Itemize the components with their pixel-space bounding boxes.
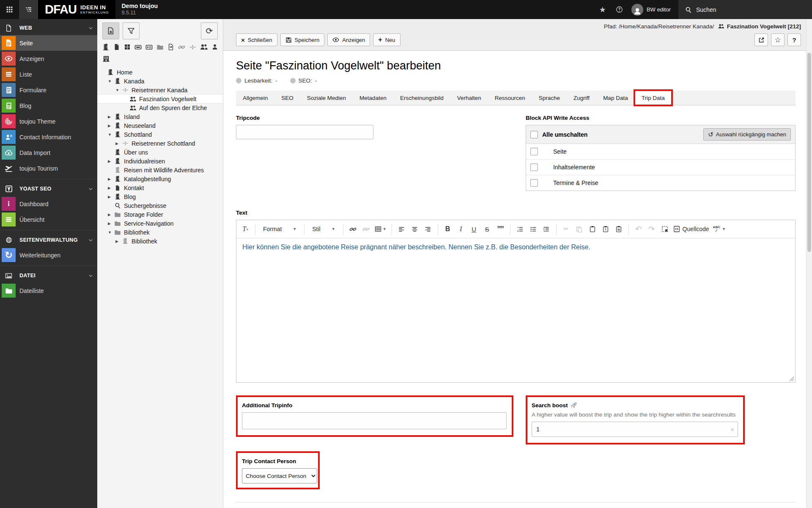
bullet-list-button[interactable]: [529, 224, 538, 235]
teaser-drag-icon[interactable]: [145, 44, 153, 51]
tree-node-suchergebnisse[interactable]: Suchergebnisse: [97, 201, 223, 210]
tree-node-island[interactable]: ▶Island: [97, 112, 223, 121]
view-button[interactable]: Anzeigen: [327, 33, 370, 46]
tree-node-neuseeland[interactable]: ▶Neuseeland: [97, 121, 223, 130]
tab-map-data[interactable]: Map Data: [596, 91, 635, 105]
undo-selection-button[interactable]: ↺Auswahl rückgängig machen: [703, 128, 791, 141]
expander-closed[interactable]: ▶: [108, 159, 114, 163]
seite-checkbox[interactable]: [530, 148, 538, 155]
grid-drag-icon[interactable]: [124, 44, 131, 50]
section-header-seitenverwaltung[interactable]: SEITENVERWALTUNG: [0, 233, 97, 247]
expander-closed[interactable]: ▶: [108, 221, 114, 226]
sidebar-item-toujou-theme[interactable]: toujou Theme: [0, 113, 97, 129]
sidebar-item-toujou-tourism[interactable]: toujou Tourism: [0, 160, 97, 176]
italic-button[interactable]: I: [456, 224, 466, 235]
tree-node-storage-folder[interactable]: ▶Storage Folder: [97, 210, 223, 219]
tree-node-auf-den-spuren-der-elche[interactable]: Auf den Spuren der Elche: [97, 103, 223, 112]
tree-node-bibliothek[interactable]: ▼Bibliothek: [97, 228, 223, 237]
new-button[interactable]: +Neu: [373, 33, 400, 46]
tree-node-kontakt[interactable]: ▶Kontakt: [97, 183, 223, 192]
sidebar-item-uebersicht[interactable]: Übersicht: [0, 212, 97, 227]
expander-closed[interactable]: ▶: [108, 115, 114, 119]
divider-drag-icon[interactable]: [189, 44, 196, 51]
help-button[interactable]: ?: [787, 33, 801, 46]
remove-format-button[interactable]: Tx: [241, 224, 250, 235]
sidebar-item-anzeigen[interactable]: Anzeigen: [0, 51, 97, 66]
sidebar-item-dashboard[interactable]: Dashboard: [0, 196, 97, 212]
open-in-new-window-button[interactable]: [754, 33, 768, 46]
search-boost-input[interactable]: [532, 422, 738, 437]
bold-button[interactable]: B: [443, 224, 453, 235]
format-dropdown[interactable]: Format▼: [261, 226, 299, 232]
clear-icon[interactable]: ×: [730, 426, 734, 433]
expander-open[interactable]: ▼: [108, 79, 114, 83]
align-center-button[interactable]: [410, 224, 420, 235]
tree-node-faszination-vogelwelt[interactable]: Faszination Vogelwelt: [97, 94, 223, 103]
sidebar-item-seite[interactable]: Seite: [0, 35, 97, 51]
style-dropdown[interactable]: Stil▼: [310, 226, 337, 232]
scrollbar-track[interactable]: [806, 19, 812, 508]
search-bar[interactable]: Suchen: [678, 0, 812, 19]
strikethrough-button[interactable]: S: [483, 224, 492, 235]
paste-from-word-button[interactable]: W: [614, 224, 623, 235]
page-drag-icon[interactable]: [113, 44, 120, 50]
tab-sprache[interactable]: Sprache: [532, 91, 567, 105]
tab-erscheinungsbild[interactable]: Erscheinungsbild: [393, 91, 450, 105]
tab-ressourcen[interactable]: Ressourcen: [488, 91, 532, 105]
tab-trip-data[interactable]: Trip Data: [635, 91, 672, 105]
tree-node-reisen-mit-wildlife-adventures[interactable]: Reisen mit Wildlife Adventures: [97, 166, 223, 174]
tree-node-individualreisen[interactable]: ▶Individualreisen: [97, 157, 223, 166]
termine-preise-checkbox[interactable]: [530, 179, 538, 187]
paste-button[interactable]: [588, 224, 597, 235]
rte-content[interactable]: Hier können Sie die angebotene Reise prä…: [236, 238, 795, 382]
tree-node-reisetrenner-kanada[interactable]: ▼Reisetrenner Kanada: [97, 86, 223, 94]
expander-open[interactable]: ▼: [108, 230, 114, 235]
filter-button[interactable]: [123, 22, 140, 39]
expander-closed[interactable]: ▶: [108, 124, 114, 128]
expander-closed[interactable]: ▶: [108, 186, 114, 190]
sidebar-item-blog[interactable]: Blog: [0, 98, 97, 113]
resize-handle[interactable]: [789, 376, 794, 381]
tab-soziale-medien[interactable]: Soziale Medien: [300, 91, 353, 105]
expander-closed[interactable]: ▶: [115, 141, 122, 146]
toggle-all-checkbox[interactable]: [530, 131, 538, 138]
sidebar-item-liste[interactable]: Liste: [0, 66, 97, 82]
ordered-list-button[interactable]: [516, 224, 525, 235]
blockquote-button[interactable]: ””: [496, 224, 505, 235]
tree-node-home[interactable]: Home: [97, 68, 223, 77]
section-header-yoast-seo[interactable]: YOAST SEO: [0, 182, 97, 196]
tree-node-kanada[interactable]: ▼Kanada: [97, 77, 223, 86]
underline-button[interactable]: U: [469, 224, 479, 235]
tree-node-katalogbestellung[interactable]: ▶Katalogbestellung: [97, 174, 223, 183]
tab-metadaten[interactable]: Metadaten: [353, 91, 393, 105]
organization-drag-icon[interactable]: [102, 55, 218, 62]
tree-node-ueber-uns[interactable]: Über uns: [97, 148, 223, 157]
sidebar-item-data-import[interactable]: Data Import: [0, 145, 97, 160]
close-button[interactable]: ×Schließen: [236, 33, 277, 46]
expander-open[interactable]: ▼: [115, 88, 122, 92]
save-button[interactable]: Speichern: [280, 33, 325, 46]
refresh-button[interactable]: ⟳: [201, 22, 218, 39]
tree-node-schottland[interactable]: ▼Schottland: [97, 130, 223, 139]
bookmark-star-button[interactable]: ☆: [771, 33, 785, 46]
tab-seo[interactable]: SEO: [274, 91, 300, 105]
inhaltselemente-checkbox[interactable]: [530, 163, 538, 171]
bookmark-button[interactable]: ★: [594, 0, 611, 19]
trip-contact-person-select[interactable]: Choose Contact Person: [242, 468, 317, 483]
door-page-drag-icon[interactable]: [102, 44, 110, 51]
person-page-drag-icon[interactable]: [211, 44, 218, 50]
source-code-button[interactable]: Quellcode: [673, 226, 709, 232]
tab-zugriff[interactable]: Zugriff: [567, 91, 596, 105]
user-menu[interactable]: BW editor: [628, 0, 678, 19]
indent-button[interactable]: [542, 224, 551, 235]
expander-closed[interactable]: ▶: [108, 213, 114, 217]
sidebar-item-dateiliste[interactable]: Dateiliste: [0, 283, 97, 298]
tree-node-reisetrenner-schottland[interactable]: ▶Reisetrenner Schottland: [97, 139, 223, 148]
banner-drag-icon[interactable]: [134, 44, 142, 51]
modules-toggle-button[interactable]: [0, 0, 19, 19]
expander-closed[interactable]: ▶: [108, 195, 114, 199]
section-header-web[interactable]: WEB: [0, 21, 97, 35]
tree-node-service-navigation[interactable]: ▶Service-Navigation: [97, 219, 223, 228]
link-drag-icon[interactable]: [178, 44, 185, 51]
tree-node-bibliothek-child[interactable]: ▶Bibliothek: [97, 237, 223, 246]
